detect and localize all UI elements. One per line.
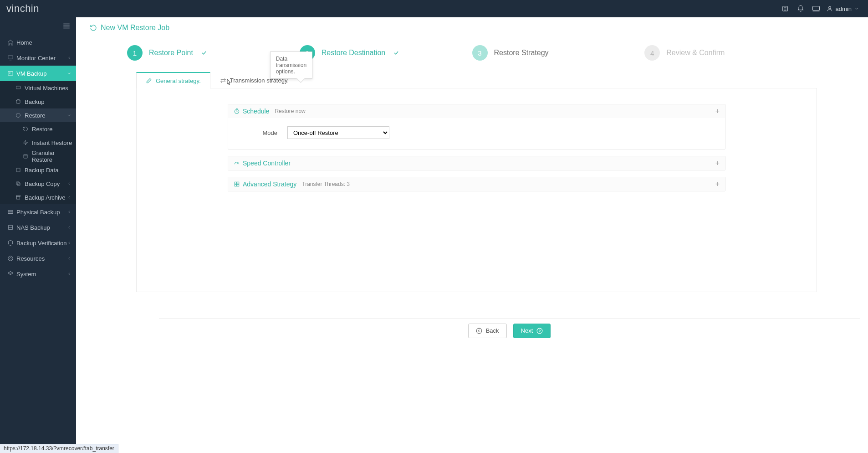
next-button[interactable]: Next bbox=[513, 324, 551, 338]
step-review-confirm[interactable]: 4 Review & Confirm bbox=[644, 45, 817, 61]
step-number: 4 bbox=[644, 45, 660, 61]
accordion-schedule: Schedule Restore now + Mode Once-off Res… bbox=[228, 104, 725, 149]
sidebar-item-home[interactable]: Home bbox=[0, 35, 76, 50]
sidebar: Home Monitor Center VM Backup Virtual Ma… bbox=[0, 17, 76, 453]
svg-point-28 bbox=[8, 256, 13, 261]
sidebar-item-backup-copy[interactable]: Backup Copy bbox=[0, 177, 76, 190]
accordion-speed: Speed Controller + bbox=[228, 156, 725, 170]
sidebar-label: Backup bbox=[25, 98, 44, 105]
sidebar-item-physical-backup[interactable]: Physical Backup bbox=[0, 204, 76, 220]
sidebar-label: Instant Restore bbox=[32, 139, 72, 146]
vm-icon bbox=[15, 85, 25, 91]
sidebar-item-nas-backup[interactable]: NAS Backup bbox=[0, 220, 76, 235]
home-icon bbox=[7, 39, 16, 46]
accordion-speed-head[interactable]: Speed Controller + bbox=[228, 156, 725, 170]
arrow-right-icon bbox=[536, 328, 543, 334]
step-restore-destination[interactable]: 2 Restore Destination bbox=[300, 45, 472, 61]
svg-rect-12 bbox=[8, 72, 13, 75]
accordion-title: Schedule bbox=[243, 108, 269, 115]
sidebar-label: System bbox=[16, 271, 36, 278]
sidebar-item-restore-parent[interactable]: Restore bbox=[0, 108, 76, 122]
plus-icon: + bbox=[715, 159, 720, 167]
sidebar-item-restore[interactable]: Restore bbox=[0, 122, 76, 136]
svg-line-34 bbox=[237, 163, 238, 165]
svg-rect-20 bbox=[16, 182, 19, 185]
plus-icon: + bbox=[715, 180, 720, 188]
chevron-left-icon bbox=[67, 256, 71, 261]
step-restore-strategy[interactable]: 3 Restore Strategy bbox=[472, 45, 645, 61]
tab-general-strategy[interactable]: General strategy. bbox=[136, 72, 210, 88]
svg-rect-22 bbox=[17, 196, 20, 199]
accordion-schedule-body: Mode Once-off Restore bbox=[228, 118, 725, 149]
sidebar-item-backup-archive[interactable]: Backup Archive bbox=[0, 190, 76, 204]
topbar-list-icon[interactable] bbox=[777, 5, 793, 12]
edit-icon bbox=[146, 77, 152, 84]
instant-icon bbox=[23, 140, 32, 145]
sidebar-item-backup[interactable]: Backup bbox=[0, 95, 76, 108]
sidebar-item-vm-backup[interactable]: VM Backup bbox=[0, 66, 76, 81]
gauge-icon bbox=[234, 160, 240, 166]
svg-rect-36 bbox=[237, 182, 239, 184]
back-button[interactable]: Back bbox=[468, 324, 507, 338]
screens-icon[interactable] bbox=[808, 5, 824, 12]
sidebar-label: Home bbox=[16, 39, 32, 46]
sidebar-label: VM Backup bbox=[16, 70, 46, 77]
status-text: https://172.18.14.33/?vmrecover#tab_tran… bbox=[4, 445, 114, 452]
step-number: 1 bbox=[127, 45, 143, 61]
mode-select[interactable]: Once-off Restore bbox=[287, 126, 389, 139]
tab-label: General strategy. bbox=[156, 77, 201, 84]
accordion-subtitle: Restore now bbox=[275, 108, 305, 114]
sidebar-item-backup-verification[interactable]: Backup Verification bbox=[0, 235, 76, 251]
accordion-title: Speed Controller bbox=[243, 160, 291, 167]
sidebar-label: Restore bbox=[25, 112, 46, 119]
step-label: Restore Strategy bbox=[494, 49, 549, 57]
page-title: New VM Restore Job bbox=[101, 24, 169, 32]
sidebar-label: Backup Archive bbox=[25, 194, 66, 201]
status-bar: https://172.18.14.33/?vmrecover#tab_tran… bbox=[0, 444, 118, 453]
chevron-down-icon bbox=[67, 71, 71, 76]
restore-icon bbox=[15, 113, 25, 118]
sidebar-item-granular-restore[interactable]: Granular Restore bbox=[0, 149, 76, 163]
sidebar-label: NAS Backup bbox=[16, 224, 50, 231]
accordion-advanced-head[interactable]: Advanced Strategy Transfer Threads: 3 + bbox=[228, 177, 725, 191]
sidebar-label: Granular Restore bbox=[32, 149, 76, 163]
tab-transmission-strategy[interactable]: Transmission strategy. Data transmission… bbox=[210, 72, 298, 88]
svg-rect-19 bbox=[17, 183, 20, 185]
sidebar-label: Virtual Machines bbox=[25, 85, 68, 92]
svg-rect-13 bbox=[16, 86, 20, 89]
resources-icon bbox=[7, 255, 16, 262]
arrow-left-icon bbox=[476, 328, 482, 334]
clock-icon bbox=[234, 108, 240, 114]
user-name: admin bbox=[836, 5, 852, 12]
sidebar-item-backup-data[interactable]: Backup Data bbox=[0, 163, 76, 177]
system-icon bbox=[7, 271, 16, 277]
accordion-subtitle: Transfer Threads: 3 bbox=[302, 181, 350, 187]
svg-rect-24 bbox=[8, 212, 13, 214]
svg-point-14 bbox=[16, 100, 20, 101]
user-menu[interactable]: admin bbox=[824, 5, 862, 12]
tooltip: Data transmission options. bbox=[270, 51, 312, 79]
notifications-icon[interactable] bbox=[793, 5, 808, 12]
sidebar-item-resources[interactable]: Resources bbox=[0, 251, 76, 266]
strategy-tabs: General strategy. Transmission strategy.… bbox=[136, 70, 817, 88]
sidebar-label: Backup Copy bbox=[25, 180, 60, 187]
main: New VM Restore Job 1 Restore Point 2 Res… bbox=[76, 17, 868, 453]
sidebar-item-instant-restore[interactable]: Instant Restore bbox=[0, 136, 76, 149]
sidebar-item-monitor-center[interactable]: Monitor Center bbox=[0, 50, 76, 66]
svg-rect-16 bbox=[24, 154, 27, 158]
svg-rect-38 bbox=[237, 185, 239, 186]
logo-post: chin bbox=[20, 3, 39, 14]
topbar: vinchin admin bbox=[0, 0, 868, 17]
accordion-schedule-head[interactable]: Schedule Restore now + bbox=[228, 104, 725, 118]
step-label: Review & Confirm bbox=[666, 49, 725, 57]
next-label: Next bbox=[521, 327, 533, 334]
chevron-left-icon bbox=[67, 210, 71, 214]
svg-rect-18 bbox=[16, 168, 20, 172]
sidebar-toggle[interactable] bbox=[0, 17, 76, 35]
plus-icon: + bbox=[715, 107, 720, 115]
back-label: Back bbox=[486, 327, 499, 334]
sidebar-item-virtual-machines[interactable]: Virtual Machines bbox=[0, 81, 76, 95]
tooltip-text: Data transmission options. bbox=[276, 56, 306, 75]
sidebar-item-system[interactable]: System bbox=[0, 266, 76, 282]
check-icon bbox=[393, 50, 399, 56]
